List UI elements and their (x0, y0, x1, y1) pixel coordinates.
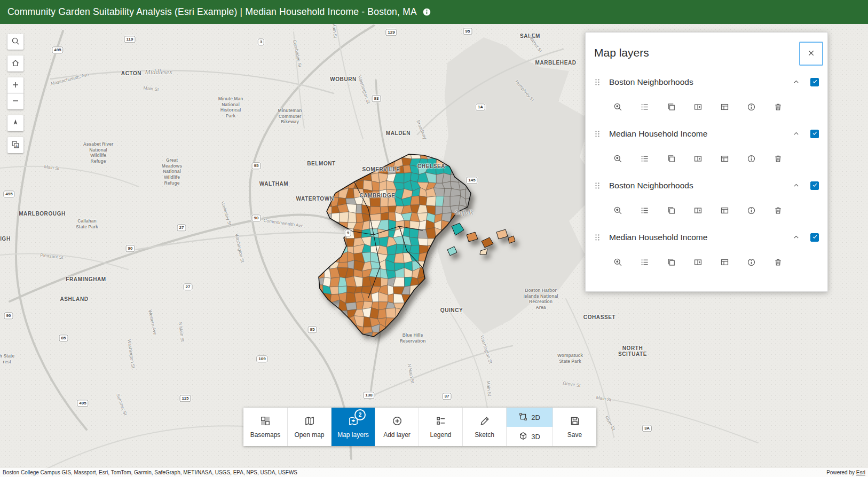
map-layers-button[interactable]: 2 Map layers (331, 408, 375, 446)
zoom-out-button[interactable] (7, 93, 23, 109)
move-button[interactable] (689, 203, 707, 219)
duplicate-button[interactable] (662, 152, 680, 168)
move-icon (693, 258, 703, 268)
check-icon (812, 181, 818, 189)
move-button[interactable] (689, 100, 707, 116)
layer-info-icon (747, 102, 756, 113)
drag-handle-icon[interactable] (593, 181, 604, 190)
check-icon (812, 78, 818, 86)
search-icon (11, 37, 20, 47)
remove-icon (774, 258, 783, 268)
2d-toggle-button[interactable]: 2D (507, 408, 553, 427)
layer-name: Boston Neighborhoods (609, 181, 792, 190)
legend-icon (436, 416, 446, 428)
zoom-to-button[interactable] (609, 203, 627, 219)
table-button[interactable] (716, 100, 733, 116)
basemap-icon: A (11, 140, 20, 150)
drag-handle-icon[interactable] (593, 233, 604, 242)
layer-legend-icon (640, 102, 649, 113)
move-button[interactable] (689, 152, 707, 168)
locate-icon (11, 118, 20, 129)
collapse-chevron-icon[interactable] (792, 233, 801, 242)
layer-item: Boston Neighborhoods (586, 172, 827, 224)
zoom-to-icon (613, 258, 622, 268)
zoom-to-button[interactable] (609, 152, 627, 168)
duplicate-icon (667, 258, 676, 268)
sketch-button[interactable]: Sketch (462, 408, 506, 446)
check-icon (812, 233, 818, 241)
app-root: Community Garden Suitability Analysis (E… (0, 0, 868, 477)
layer-legend-button[interactable] (636, 100, 653, 116)
basemaps-button[interactable]: Basemaps (243, 408, 287, 446)
map-navigation-toolbar: A (7, 34, 23, 159)
app-title: Community Garden Suitability Analysis (E… (7, 6, 417, 18)
zoom-to-button[interactable] (609, 255, 627, 271)
layer-visibility-checkbox[interactable] (810, 130, 819, 138)
app-header: Community Garden Suitability Analysis (E… (0, 0, 868, 24)
table-button[interactable] (716, 152, 733, 168)
locate-button[interactable] (7, 115, 23, 131)
attribution-bar: Boston College Campus GIS, Massport, Esr… (0, 468, 868, 477)
add-layer-button[interactable]: Add layer (375, 408, 419, 446)
layer-visibility-checkbox[interactable] (810, 78, 819, 86)
collapse-chevron-icon[interactable] (792, 129, 801, 138)
zoom-to-icon (613, 154, 622, 165)
layer-info-button[interactable] (743, 203, 760, 219)
bottom-toolbar: Basemaps Open map 2 Map layers Add layer… (243, 408, 596, 446)
remove-button[interactable] (769, 203, 787, 219)
duplicate-button[interactable] (662, 255, 680, 271)
table-icon (720, 258, 729, 268)
remove-button[interactable] (769, 152, 787, 168)
move-icon (693, 154, 703, 165)
drag-handle-icon[interactable] (593, 130, 604, 138)
3d-toggle-button[interactable]: 3D (507, 427, 553, 446)
layer-legend-button[interactable] (636, 152, 653, 168)
layer-row: Boston Neighborhoods (586, 172, 827, 198)
layer-info-button[interactable] (743, 255, 760, 271)
table-button[interactable] (716, 255, 733, 271)
duplicate-icon (667, 102, 676, 113)
open-map-button[interactable]: Open map (287, 408, 331, 446)
basemaps-icon (260, 416, 271, 428)
duplicate-button[interactable] (662, 100, 680, 116)
layer-legend-button[interactable] (636, 203, 653, 219)
remove-button[interactable] (769, 255, 787, 271)
remove-button[interactable] (769, 100, 787, 116)
layer-item: Median Household Income (586, 224, 827, 276)
legend-button[interactable]: Legend (419, 408, 462, 446)
move-icon (693, 206, 703, 217)
home-button[interactable] (7, 55, 23, 71)
layers-list: Boston Neighborhoods (586, 66, 827, 276)
zoom-to-icon (613, 206, 622, 217)
cube-3d-icon (519, 432, 527, 442)
drag-handle-icon[interactable] (593, 78, 604, 86)
zoom-in-icon (11, 81, 20, 91)
layer-visibility-checkbox[interactable] (810, 233, 819, 242)
table-icon (720, 102, 729, 113)
duplicate-button[interactable] (662, 203, 680, 219)
move-button[interactable] (689, 255, 707, 271)
table-button[interactable] (716, 203, 733, 219)
layer-row: Median Household Income (586, 224, 827, 250)
powered-by-esri-link[interactable]: Powered by Esri (826, 470, 865, 475)
layer-legend-icon (640, 258, 649, 268)
layer-visibility-checkbox[interactable] (810, 181, 819, 190)
collapse-chevron-icon[interactable] (792, 77, 801, 86)
layer-info-button[interactable] (743, 152, 760, 168)
info-icon[interactable] (422, 7, 431, 17)
close-icon (807, 49, 816, 59)
dimension-toggle: 2D 3D (506, 408, 553, 446)
layer-legend-button[interactable] (636, 255, 653, 271)
search-button[interactable] (7, 34, 23, 50)
layer-info-button[interactable] (743, 100, 760, 116)
save-button[interactable]: Save (553, 408, 596, 446)
zoom-to-button[interactable] (609, 100, 627, 116)
close-button[interactable] (799, 42, 823, 66)
zoom-in-button[interactable] (7, 77, 23, 93)
duplicate-icon (667, 206, 676, 217)
layer-action-row (586, 147, 827, 172)
remove-icon (774, 102, 783, 113)
layer-count-badge: 2 (354, 409, 366, 420)
collapse-chevron-icon[interactable] (792, 181, 801, 190)
basemap-button[interactable]: A (7, 137, 23, 153)
